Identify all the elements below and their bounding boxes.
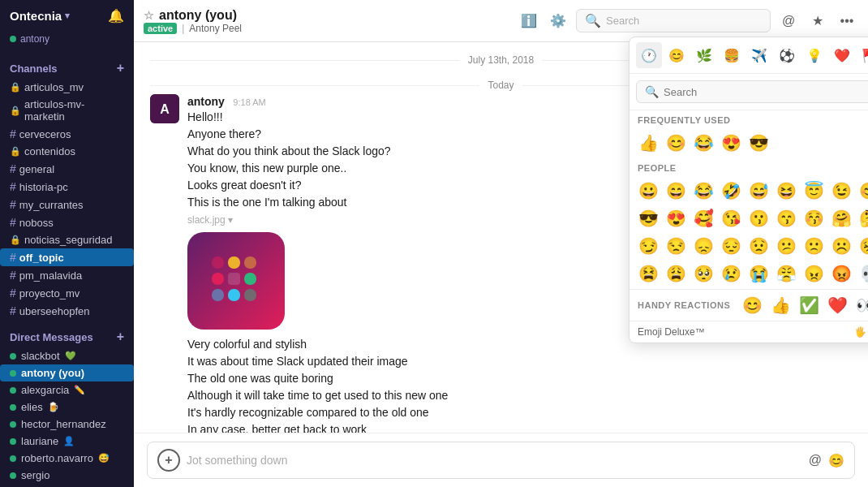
emoji-steam[interactable]: 😤 — [772, 260, 800, 287]
emoji-frowning[interactable]: ☹️ — [827, 232, 855, 260]
handy-emoji-check[interactable]: ✅ — [797, 293, 822, 317]
emoji-kissing-closed-eyes[interactable]: 😚 — [800, 205, 827, 232]
handy-emoji-smile[interactable]: 😊 — [740, 293, 765, 317]
star-icon[interactable]: ☆ — [144, 9, 154, 22]
dm-item-lauriane[interactable]: lauriane 👤 — [0, 433, 134, 450]
at-icon[interactable]: @ — [777, 10, 800, 32]
emoji-blush[interactable]: 😊 — [855, 177, 868, 205]
emoji-tab-activities[interactable]: ⚽ — [774, 42, 800, 68]
more-icon[interactable]: ••• — [836, 10, 858, 32]
emoji-sob[interactable]: 😭 — [745, 260, 772, 287]
user-online-dot — [10, 36, 16, 42]
emoji-sweat-smile[interactable]: 😅 — [745, 177, 772, 205]
emoji-grinning[interactable]: 😀 — [634, 177, 662, 205]
dm-item-hector-hernandez[interactable]: hector_hernandez — [0, 416, 134, 433]
emoji-thinking[interactable]: 🤔 — [855, 205, 868, 232]
emoji-cry[interactable]: 😢 — [717, 260, 745, 287]
emoji-sunglasses[interactable]: 😎 — [745, 129, 772, 157]
svg-rect-10 — [228, 273, 240, 285]
emoji-tab-recent[interactable]: 🕐 — [636, 42, 662, 68]
channel-item-noticias-seguridad[interactable]: 🔒 noticias_seguridad — [0, 231, 134, 248]
emoji-thumbsup[interactable]: 👍 — [634, 129, 662, 157]
emoji-innocent[interactable]: 😇 — [800, 177, 827, 205]
message-time: 9:18 AM — [233, 97, 265, 107]
emoji-pensive[interactable]: 😔 — [717, 232, 745, 260]
search-input[interactable] — [606, 15, 762, 27]
emoji-kissing[interactable]: 😗 — [745, 205, 772, 232]
emoji-confused[interactable]: 😕 — [772, 232, 800, 260]
emoji-smile[interactable]: 😊 — [662, 129, 690, 157]
handy-emoji-heart[interactable]: ❤️ — [825, 293, 850, 317]
emoji-tab-travel[interactable]: ✈️ — [746, 42, 772, 68]
handy-emoji-thumbsup[interactable]: 👍 — [768, 293, 793, 317]
emoji-input-icon[interactable]: 😊 — [828, 453, 844, 468]
emoji-angry[interactable]: 😠 — [800, 260, 827, 287]
workspace-name[interactable]: Ontecnia ▾ — [10, 9, 70, 23]
channel-item-off-topic[interactable]: # off_topic — [0, 248, 134, 266]
emoji-tab-food[interactable]: 🍔 — [719, 42, 745, 68]
dm-item-ximoreyes[interactable]: ximoreyes 😅 — [0, 484, 134, 487]
emoji-tab-people[interactable]: 😊 — [664, 42, 690, 68]
emoji-smiling-3-hearts[interactable]: 🥰 — [690, 205, 717, 232]
message-sender: antony — [187, 95, 225, 108]
emoji-rofl[interactable]: 🤣 — [717, 177, 745, 205]
svg-rect-5 — [244, 256, 256, 269]
channel-item-proyecto-mv[interactable]: # proyecto_mv — [0, 284, 134, 302]
add-channel-icon[interactable]: + — [117, 61, 124, 75]
gear-icon[interactable]: ⚙️ — [547, 10, 569, 32]
dm-item-roberto-navarro[interactable]: roberto.navarro 😅 — [0, 450, 134, 467]
emoji-joy2[interactable]: 😂 — [690, 177, 717, 205]
emoji-pleading[interactable]: 🥺 — [690, 260, 717, 287]
skin-tone-selector[interactable]: 🖐 Skin Tone — [854, 326, 868, 338]
emoji-tab-symbols[interactable]: ❤️ — [829, 42, 855, 68]
channel-item-pm-malavida[interactable]: # pm_malavida — [0, 266, 134, 284]
emoji-tab-flags[interactable]: 🚩 — [857, 42, 868, 68]
emoji-weary[interactable]: 😩 — [662, 260, 690, 287]
emoji-grin[interactable]: 😄 — [662, 177, 690, 205]
channel-item-historia-pc[interactable]: # historia-pc — [0, 178, 134, 196]
star-icon[interactable]: ★ — [806, 10, 829, 32]
handy-emoji-eyes[interactable]: 👀 — [853, 293, 868, 317]
at-input-icon[interactable]: @ — [809, 453, 822, 468]
emoji-tab-nature[interactable]: 🌿 — [691, 42, 717, 68]
emoji-laughing[interactable]: 😆 — [772, 177, 800, 205]
message-input[interactable] — [187, 454, 802, 467]
add-attachment-button[interactable]: + — [157, 449, 180, 472]
dm-item-alexgarcia[interactable]: alexgarcia ✏️ — [0, 381, 134, 399]
emoji-wink[interactable]: 😉 — [827, 177, 855, 205]
emoji-heart-eyes2[interactable]: 😍 — [662, 205, 690, 232]
emoji-tab-objects[interactable]: 💡 — [801, 42, 827, 68]
channel-item-articulos-mv-marketin[interactable]: 🔒 articulos-mv-marketin — [0, 96, 134, 125]
channel-item-general[interactable]: # general — [0, 160, 134, 178]
channel-item-noboss[interactable]: # noboss — [0, 213, 134, 231]
emoji-kissing-smiling-eyes[interactable]: 😙 — [772, 205, 800, 232]
emoji-search-input[interactable] — [664, 86, 868, 98]
dm-item-antony[interactable]: antony (you) — [0, 364, 134, 381]
emoji-slightly-frowning[interactable]: 🙁 — [800, 232, 827, 260]
bell-icon[interactable]: 🔔 — [108, 8, 124, 24]
info-icon[interactable]: ℹ️ — [518, 10, 540, 32]
dm-item-sergio[interactable]: sergio — [0, 467, 134, 484]
emoji-heart-eyes[interactable]: 😍 — [717, 129, 745, 157]
emoji-skull[interactable]: 💀 — [855, 260, 868, 287]
channel-item-contenidos[interactable]: 🔒 contenidos — [0, 143, 134, 160]
emoji-persevering[interactable]: 😣 — [855, 232, 868, 260]
emoji-disappointed[interactable]: 😞 — [690, 232, 717, 260]
emoji-smirk[interactable]: 😏 — [634, 232, 662, 260]
channel-item-my-currantes[interactable]: # my_currantes — [0, 196, 134, 213]
channel-item-cerveceros[interactable]: # cerveceros — [0, 125, 134, 143]
emoji-tired[interactable]: 😫 — [634, 260, 662, 287]
emoji-hugging[interactable]: 🤗 — [827, 205, 855, 232]
emoji-worried[interactable]: 😟 — [745, 232, 772, 260]
add-dm-icon[interactable]: + — [117, 330, 124, 344]
channel-item-articulos-mv[interactable]: 🔒 articulos_mv — [0, 79, 134, 96]
svg-rect-3 — [212, 256, 224, 269]
emoji-rage[interactable]: 😡 — [827, 260, 855, 287]
dm-item-elies[interactable]: elies 🍺 — [0, 399, 134, 416]
dm-item-slackbot[interactable]: slackbot 💚 — [0, 347, 134, 364]
emoji-cool[interactable]: 😎 — [634, 205, 662, 232]
emoji-kissing-heart[interactable]: 😘 — [717, 205, 745, 232]
channel-item-uberseehopfen[interactable]: # uberseehopfen — [0, 302, 134, 320]
emoji-unamused[interactable]: 😒 — [662, 232, 690, 260]
emoji-joy[interactable]: 😂 — [690, 129, 717, 157]
